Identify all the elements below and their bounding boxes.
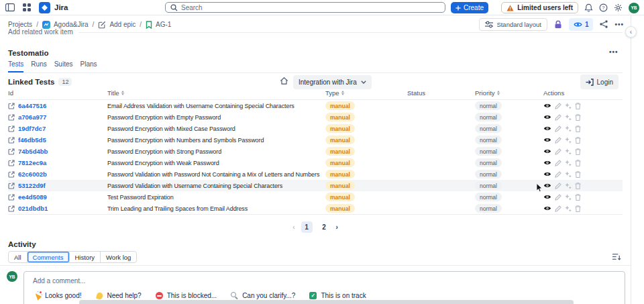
lock-icon[interactable] [554, 20, 562, 29]
ai-sparkles-button[interactable] [565, 183, 572, 189]
view-eye-button[interactable] [543, 183, 551, 189]
quick-reply-button[interactable]: Looks good! [33, 291, 82, 300]
view-eye-button[interactable] [543, 125, 551, 132]
view-eye-button[interactable] [543, 103, 551, 109]
external-link-icon[interactable] [8, 114, 15, 121]
quick-reply-button[interactable]: This is on track [309, 291, 366, 300]
quick-reply-button[interactable]: Need help? [95, 291, 142, 300]
test-id-link[interactable]: 6a447516 [18, 102, 46, 109]
test-id-link[interactable]: f46db5d5 [18, 136, 46, 144]
pagination-next-button[interactable]: › [336, 223, 338, 231]
testomatio-tab[interactable]: Plans [80, 60, 97, 72]
test-row[interactable]: 62c6002b Password Validation with Passwo… [8, 168, 623, 180]
activity-tab[interactable]: Comments [28, 252, 70, 262]
search-input[interactable] [181, 4, 440, 11]
delete-trash-button[interactable] [575, 171, 581, 178]
edit-pencil-button[interactable] [555, 171, 561, 178]
activity-tab[interactable]: History [70, 252, 101, 262]
delete-trash-button[interactable] [575, 103, 581, 109]
view-eye-button[interactable] [543, 171, 551, 177]
view-eye-button[interactable] [543, 194, 551, 200]
test-id-link[interactable]: 7812ec9a [18, 159, 46, 166]
external-link-icon[interactable] [8, 160, 15, 166]
pagination-page-button[interactable]: 2 [319, 221, 330, 233]
ai-sparkles-button[interactable] [565, 114, 572, 121]
delete-trash-button[interactable] [575, 125, 581, 132]
integration-dropdown[interactable]: Integration with Jira [293, 75, 372, 89]
notifications-bell-icon[interactable] [584, 3, 593, 12]
test-row[interactable]: 74b5d4bb Password Encryption with Strong… [8, 146, 623, 157]
breadcrumb-add-epic[interactable]: Add epic [98, 21, 136, 29]
ai-sparkles-button[interactable] [565, 160, 572, 166]
view-eye-button[interactable] [543, 205, 551, 211]
test-row[interactable]: 7812ec9a Password Encryption with Weak P… [8, 157, 623, 168]
delete-trash-button[interactable] [575, 194, 581, 201]
pagination-page-button[interactable]: 1 [301, 221, 313, 233]
test-row[interactable]: f46db5d5 Password Encryption with Number… [8, 134, 623, 146]
delete-trash-button[interactable] [575, 114, 581, 121]
edit-pencil-button[interactable] [555, 148, 561, 155]
external-link-icon[interactable] [8, 148, 15, 155]
collapse-panel-button[interactable]: ‹ [625, 26, 637, 38]
test-id-link[interactable]: 53122d9f [18, 182, 46, 189]
sidebar-toggle-icon[interactable] [5, 3, 15, 11]
test-row[interactable]: 021dbdb1 Trim Leading and Trailing Space… [8, 203, 623, 214]
edit-pencil-button[interactable] [555, 183, 561, 189]
activity-tab[interactable]: All [9, 252, 28, 262]
ai-sparkles-button[interactable] [565, 148, 572, 155]
breadcrumb-project[interactable]: Agoda&Jira [42, 21, 89, 29]
header-title[interactable]: Title [107, 89, 325, 97]
testomatio-tab[interactable]: Suites [54, 60, 73, 72]
edit-pencil-button[interactable] [555, 205, 561, 212]
external-link-icon[interactable] [8, 183, 15, 189]
edit-pencil-button[interactable] [555, 125, 561, 132]
create-button[interactable]: Create [451, 2, 488, 13]
test-id-link[interactable]: a706a977 [18, 113, 46, 121]
external-link-icon[interactable] [8, 194, 15, 201]
edit-pencil-button[interactable] [555, 103, 561, 109]
edit-pencil-button[interactable] [555, 137, 561, 144]
test-id-link[interactable]: 74b5d4bb [18, 148, 48, 155]
help-icon[interactable]: ? [599, 3, 608, 12]
home-icon[interactable] [280, 77, 288, 85]
test-id-link[interactable]: 021dbdb1 [18, 205, 48, 212]
delete-trash-button[interactable] [575, 205, 581, 212]
edit-pencil-button[interactable] [555, 160, 561, 166]
delete-trash-button[interactable] [575, 137, 581, 144]
testomatio-tab[interactable]: Runs [31, 60, 46, 72]
login-button[interactable]: Login [580, 74, 619, 89]
pagination-prev-button[interactable]: ‹ [292, 223, 294, 231]
quick-reply-button[interactable]: This is blocked... [155, 291, 217, 300]
ai-sparkles-button[interactable] [565, 194, 572, 201]
delete-trash-button[interactable] [575, 148, 581, 155]
view-eye-button[interactable] [543, 114, 551, 120]
header-priority[interactable]: Priority [475, 89, 543, 97]
testomatio-tab[interactable]: Tests [8, 60, 23, 72]
test-row[interactable]: 19df7dc7 Password Encryption with Mixed … [8, 123, 623, 134]
view-eye-button[interactable] [543, 148, 551, 154]
comment-placeholder[interactable]: Add a comment... [33, 277, 616, 285]
breadcrumb-projects[interactable]: Projects [8, 21, 32, 28]
test-id-link[interactable]: 19df7dc7 [18, 125, 46, 132]
jira-home-link[interactable]: Jira [39, 2, 68, 13]
header-id[interactable]: Id [8, 89, 107, 97]
add-related-work-item[interactable]: Add related work item [8, 28, 623, 36]
ai-sparkles-button[interactable] [565, 205, 572, 212]
external-link-icon[interactable] [8, 103, 15, 109]
activity-sort-icon[interactable] [612, 253, 621, 261]
ai-sparkles-button[interactable] [565, 137, 572, 144]
edit-pencil-button[interactable] [555, 114, 561, 121]
external-link-icon[interactable] [8, 125, 15, 132]
delete-trash-button[interactable] [575, 160, 581, 166]
user-avatar[interactable]: YB [629, 3, 639, 13]
edit-pencil-button[interactable] [555, 194, 561, 201]
test-id-link[interactable]: 62c6002b [18, 170, 47, 178]
test-row[interactable]: a706a977 Password Encryption with Empty … [8, 111, 623, 123]
external-link-icon[interactable] [8, 205, 15, 212]
ai-sparkles-button[interactable] [565, 125, 572, 132]
settings-gear-icon[interactable] [614, 3, 623, 12]
test-row[interactable]: 6a447516 Email Address Validation with U… [8, 100, 623, 111]
view-eye-button[interactable] [543, 137, 551, 143]
app-switcher-icon[interactable] [23, 3, 31, 11]
testomatio-more-button[interactable]: ••• [609, 48, 619, 56]
